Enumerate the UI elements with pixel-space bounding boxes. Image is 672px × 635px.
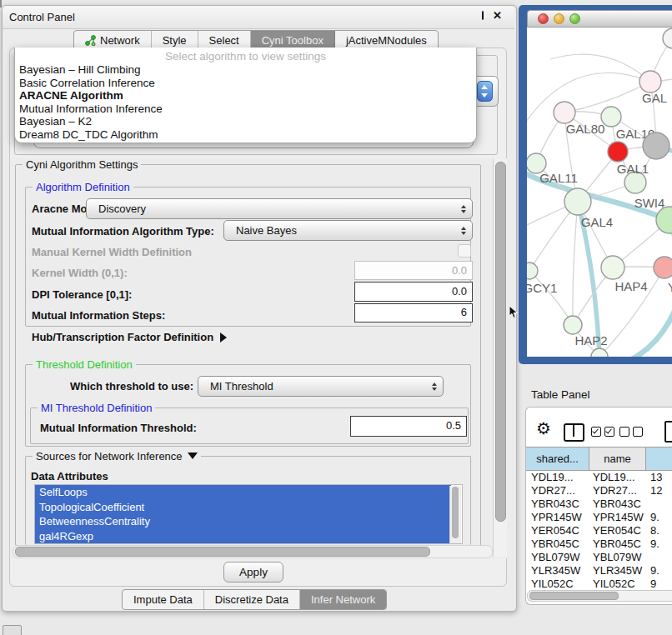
columns-icon[interactable] <box>564 423 584 442</box>
list-scrollbar[interactable] <box>449 486 461 543</box>
settings-vertical-scrollbar[interactable] <box>493 159 507 557</box>
data-attributes-list[interactable]: SelfLoops TopologicalCoefficient Between… <box>34 484 463 544</box>
tab-infer-network[interactable]: Infer Network <box>300 590 386 609</box>
settings-horizontal-scrollbar[interactable] <box>13 545 493 558</box>
attribute-item[interactable]: gal4RGexp <box>35 529 451 544</box>
mi-threshold-title: MI Threshold Definition <box>38 402 155 414</box>
zoom-traffic-light-icon[interactable] <box>569 13 580 24</box>
mi-steps-field[interactable]: 6 <box>354 303 473 322</box>
table-panel-title: Table Panel <box>531 388 590 401</box>
stepper-icon <box>432 382 437 391</box>
mi-steps-label: Mutual Information Steps: <box>32 309 165 322</box>
threshold-definition-title: Threshold Definition <box>33 358 136 371</box>
column-header-name[interactable]: name <box>589 448 646 470</box>
sources-title[interactable]: Sources for Network Inference <box>33 450 201 462</box>
mouse-cursor <box>509 305 519 322</box>
tab-cyni-toolbox-label: Cyni Toolbox <box>262 34 323 47</box>
aracne-mode-select[interactable]: Discovery <box>86 198 473 219</box>
table-row[interactable]: YLR345WYLR345W9. <box>526 564 672 578</box>
table-cell: YPR145W <box>589 511 646 524</box>
data-attributes-label: Data Attributes <box>31 470 108 482</box>
close-icon[interactable]: ✕ <box>493 12 502 19</box>
table-row[interactable]: YBR045CYBR045C9. <box>526 538 672 551</box>
table-cell: 9. <box>646 564 672 578</box>
table-row[interactable]: YPR145WYPR145W9. <box>526 511 672 524</box>
node-top-partial[interactable] <box>663 28 672 48</box>
algorithm-option[interactable]: Mutual Information Inference <box>15 102 476 116</box>
table-row[interactable]: YDL19...YDL19...13 <box>526 471 672 484</box>
algorithm-option[interactable]: Dream8 DC_TDC Algorithm <box>15 128 476 142</box>
apply-button[interactable]: Apply <box>223 562 283 582</box>
node-bottom-partial[interactable] <box>591 348 608 357</box>
algorithm-definition-title: Algorithm Definition <box>33 181 133 193</box>
stepper-icon <box>461 205 466 213</box>
node-gal10[interactable] <box>601 107 621 127</box>
dpi-tolerance-field[interactable]: 0.0 <box>354 282 473 302</box>
hub-definition-toggle[interactable]: Hub/Transcription Factor Definition <box>32 331 227 343</box>
node-pink-label: Y <box>668 280 672 294</box>
mi-type-select[interactable]: Naive Bayes <box>223 220 473 241</box>
table-cell: YDL19... <box>526 471 589 484</box>
column-header-partial[interactable] <box>646 448 672 470</box>
aracne-mode-value: Discovery <box>98 202 146 215</box>
export-table-icon[interactable] <box>664 421 672 442</box>
tab-discretize-data-label: Discretize Data <box>215 593 288 606</box>
stepper-icon <box>461 227 466 235</box>
float-window-icon[interactable] <box>482 11 484 20</box>
network-view[interactable]: GALGAL80GAL10GAL1GAL11GAL4SWI4GCY1HAP4YH… <box>527 28 672 357</box>
table-row[interactable]: YIL052CYIL052C9 <box>526 578 672 590</box>
algorithm-option[interactable]: Bayesian – Hill Climbing <box>15 63 476 77</box>
table-row[interactable]: YBR043CYBR043C <box>526 498 672 511</box>
collapsed-panel-grip[interactable] <box>3 625 22 635</box>
table-row[interactable]: YBL079WYBL079W <box>526 551 672 564</box>
attribute-item[interactable]: BetweennessCentrality <box>35 514 451 529</box>
node-gal80[interactable] <box>554 102 575 123</box>
close-traffic-light-icon[interactable] <box>538 13 549 24</box>
select-all-columns-icon[interactable] <box>591 427 614 437</box>
manual-kernel-checkbox[interactable] <box>458 244 471 258</box>
mi-threshold-field[interactable]: 0.5 <box>350 416 467 437</box>
node-red[interactable] <box>608 142 628 162</box>
attribute-item[interactable]: SelfLoops <box>35 485 451 500</box>
tab-select-label: Select <box>209 34 239 47</box>
node-hap4[interactable] <box>601 256 624 279</box>
kernel-width-label: Kernel Width (0,1): <box>32 267 128 279</box>
algorithm-option-selected[interactable]: ARACNE Algorithm <box>15 89 476 102</box>
deselect-all-columns-icon[interactable] <box>619 427 643 437</box>
tab-discretize-data[interactable]: Discretize Data <box>204 590 300 609</box>
bottom-tabs: Impute Data Discretize Data Infer Networ… <box>122 589 387 610</box>
table-horizontal-scrollbar[interactable] <box>527 590 672 602</box>
table-cell: YDR27... <box>526 484 589 498</box>
node-gal4-label: GAL4 <box>581 215 613 229</box>
mi-type-value: Naive Bayes <box>236 224 297 237</box>
column-header-shared-name[interactable]: shared... <box>526 448 589 470</box>
collapsed-arrow-icon <box>220 332 227 342</box>
tab-impute-data[interactable]: Impute Data <box>123 590 204 609</box>
table-cell: 9. <box>646 511 672 524</box>
kernel-width-field[interactable]: 0.0 <box>354 261 473 280</box>
table-rows[interactable]: YDL19...YDL19...13YDR27...YDR27...12YBR0… <box>526 471 672 590</box>
attribute-item[interactable]: TopologicalCoefficient <box>35 500 451 515</box>
table-row[interactable]: YER054CYER054C8. <box>526 524 672 538</box>
node-gal4[interactable] <box>564 188 591 215</box>
mi-threshold-label: Mutual Information Threshold: <box>40 422 197 434</box>
which-threshold-select[interactable]: MI Threshold <box>198 376 444 397</box>
node-gray[interactable] <box>643 132 669 159</box>
node-gal11-label: GAL11 <box>539 171 578 185</box>
node-pink[interactable] <box>654 257 672 278</box>
network-window-titlebar[interactable] <box>527 10 672 28</box>
table-cell: 12 <box>646 484 672 498</box>
gear-icon[interactable]: ⚙ <box>536 419 551 438</box>
algorithm-option[interactable]: Bayesian – K2 <box>15 115 476 128</box>
table-row[interactable]: YDR27...YDR27...12 <box>526 484 672 498</box>
minimize-traffic-light-icon[interactable] <box>554 13 564 24</box>
table-cell: 9. <box>646 538 672 551</box>
node-gal7[interactable] <box>639 71 661 92</box>
node-hap2[interactable] <box>564 316 582 334</box>
tab-infer-network-label: Infer Network <box>311 593 375 606</box>
node-gal7-label: GAL <box>642 91 667 105</box>
node-gcy1[interactable] <box>527 262 538 279</box>
tab-style-label: Style <box>163 34 187 47</box>
manual-kernel-label: Manual Kernel Width Definition <box>32 246 192 258</box>
algorithm-option[interactable]: Basic Correlation Inference <box>15 77 476 90</box>
